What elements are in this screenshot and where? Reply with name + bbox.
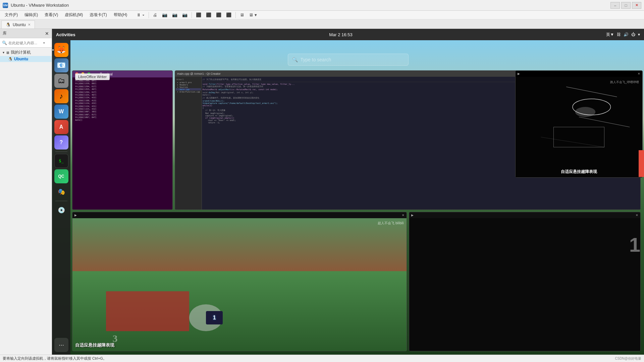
dock-help[interactable]: ? <box>54 135 68 149</box>
tree-item-ubuntu[interactable]: 🐧 Ubuntu <box>0 56 52 62</box>
search-bar[interactable]: 🔍 <box>288 54 409 66</box>
status-watermark: CSDN@你好电量 <box>615 356 642 361</box>
minimize-button[interactable]: – <box>610 2 620 9</box>
toolbar-separator3 <box>235 12 236 18</box>
dock-files[interactable]: 🗂 <box>54 74 68 88</box>
tree-folder-icon: 🖥 <box>6 51 9 55</box>
menu-view[interactable]: 查看(V) <box>41 11 61 18</box>
terminal-content: 中心坐标[1399, 847] 中心坐标[1339, 882] 中心坐标[129… <box>72 77 172 210</box>
menu-vm[interactable]: 虚拟机(M) <box>61 11 86 18</box>
terminal-line-9: 中心坐标[1134, 432] <box>75 102 170 105</box>
library-tree: ▾ 🖥 我的计算机 🐧 Ubuntu <box>0 48 52 355</box>
ir-detection-svg <box>516 77 642 177</box>
dock-terminal[interactable]: $_ <box>54 154 68 168</box>
library-panel: 库 ✕ 🔍 ▾ ▾ 🖥 我的计算机 🐧 Ubuntu <box>0 29 52 355</box>
dock-thunderbird[interactable]: 📧 <box>54 58 68 72</box>
menu-edit[interactable]: 编辑(E) <box>21 11 41 18</box>
terminal-line-11: 中心坐标[1155, 432] <box>75 108 170 110</box>
clock-display: Mar 2 16:53 <box>329 32 352 37</box>
robot-video-header: ▶ ✕ <box>72 212 407 218</box>
toolbar-snapshot1[interactable]: 📷 <box>160 12 169 18</box>
tab-ubuntu[interactable]: 🐧 Ubuntu ✕ <box>1 20 35 28</box>
activities-button[interactable]: Activities <box>56 32 75 37</box>
dark-video-thumb[interactable]: ▶ ✕ 1 <box>409 212 641 351</box>
toolbar-snapshot3[interactable]: 📷 <box>180 12 190 18</box>
volume-icon: 🔊 <box>624 32 629 37</box>
ir-close-btn[interactable]: ✕ <box>638 72 640 75</box>
robot-video-caption: 自适应悬挂越障表现 <box>75 342 114 348</box>
toolbar-view2[interactable]: ⬛ <box>204 12 213 18</box>
library-close-button[interactable]: ✕ <box>45 31 49 36</box>
menu-file[interactable]: 文件(F) <box>1 11 21 18</box>
terminal-output: 中心坐标[1399, 847] 中心坐标[1339, 882] 中心坐标[129… <box>74 79 170 122</box>
dock-rhythmbox[interactable]: ♪ <box>54 89 68 103</box>
ubuntu-topbar: Activities Mar 2 16:53 英▼ ⛓ 🔊 ⏻ ▾ <box>52 29 644 40</box>
toolbar: ⏸ ▾ 🖨 📷 📷 📷 ⬛ ⬛ ⬛ ⬛ 🖥 🖥 ▾ <box>135 12 259 18</box>
right-notification-bar[interactable] <box>639 150 644 177</box>
statusbar: 要将输入定向到该虚拟机，请将鼠标指针移入其中或按 Ctrl+G。 CSDN@你好… <box>0 355 644 362</box>
app-title: Ubuntu - VMware Workstation <box>11 3 69 8</box>
network-icon: ⛓ <box>617 32 621 37</box>
tree-item-mycomputer[interactable]: ▾ 🖥 我的计算机 <box>0 49 52 56</box>
close-button[interactable]: ✕ <box>632 2 641 9</box>
dark-video-title-icon: ▶ <box>411 214 414 217</box>
library-search-input[interactable] <box>8 41 42 45</box>
terminal-line-7: 中心坐标[1134, 432] <box>75 96 170 99</box>
settings-dropdown-icon[interactable]: ▾ <box>638 32 640 37</box>
search-input[interactable] <box>301 57 404 62</box>
dark-video-header: ▶ ✕ <box>409 212 641 218</box>
robot-video-title-icon: ▶ <box>74 214 77 217</box>
tree-label-mycomputer: 我的计算机 <box>11 50 31 55</box>
robot-video-thumb[interactable]: ▶ ✕ 1 3 超人不会飞 bilibili 自适应悬挂越障表现 <box>72 212 407 351</box>
robot-video-content: 1 3 超人不会飞 bilibili 自适应悬挂越障表现 <box>72 218 407 351</box>
ir-header-icon: ▶ <box>518 72 520 75</box>
robot-video-close-btn[interactable]: ✕ <box>402 214 405 217</box>
tree-vm-icon: 🐧 <box>8 57 13 61</box>
tree-expand-icon: ▾ <box>3 51 4 54</box>
dock-firefox[interactable]: 🦊 <box>54 43 68 57</box>
library-header: 库 ✕ <box>0 29 52 38</box>
toolbar-separator2 <box>192 12 192 18</box>
tree-label-ubuntu: Ubuntu <box>14 57 28 61</box>
terminal-line-12: 中心坐标[1087, 383] <box>75 110 170 113</box>
terminal-line-13: 中心坐标[1087, 817] <box>75 113 170 116</box>
maximize-button[interactable]: □ <box>621 2 631 9</box>
terminal-line-8: 中心坐标[1188, 413] <box>75 99 170 102</box>
toolbar-fullscreen[interactable]: 🖥 <box>238 12 246 18</box>
dock-show-all[interactable]: ⋯ <box>54 338 68 352</box>
menubar: 文件(F) 编辑(E) 查看(V) 虚拟机(M) 选项卡(T) 帮助(H) ⏸ … <box>0 11 644 19</box>
dock-writer[interactable]: W <box>54 105 68 119</box>
toolbar-view1[interactable]: ⬛ <box>194 12 203 18</box>
terminal-window-thumb[interactable]: Terminal LibreOffice Writer 中心坐标[1399, 8… <box>72 70 173 210</box>
dock-mixer[interactable]: 🎭 <box>54 185 68 199</box>
vm-content-area[interactable]: Activities Mar 2 16:53 英▼ ⛓ 🔊 ⏻ ▾ 🔍 🦊 📧 … <box>52 29 644 355</box>
terminal-line-5: 中心坐标[1294, 617] <box>75 91 170 94</box>
tabbar: 🐧 Ubuntu ✕ <box>0 19 644 29</box>
menu-tabs[interactable]: 选项卡(T) <box>86 11 110 18</box>
dock-qtcreator[interactable]: QC <box>54 169 68 183</box>
toolbar-print[interactable]: 🖨 <box>151 12 159 18</box>
search-dropdown-icon[interactable]: ▾ <box>43 41 45 45</box>
terminal-line-14: 中心坐标[1067, 847] <box>75 116 170 119</box>
toolbar-view3[interactable]: ⬛ <box>214 12 223 18</box>
pause-button[interactable]: ⏸ ▾ <box>135 12 147 18</box>
toolbar-snapshot2[interactable]: 📷 <box>170 12 179 18</box>
ir-video-overlay[interactable]: ▶ ✕ <box>515 70 643 178</box>
ir-video-header: ▶ ✕ <box>516 71 642 77</box>
tab-close-icon[interactable]: ✕ <box>28 23 31 26</box>
toolbar-separator <box>149 12 149 18</box>
dock-dvd[interactable]: 💿 <box>54 203 68 217</box>
power-icon[interactable]: ⏻ <box>631 32 635 37</box>
terminal-line-15: mate[] <box>75 119 170 121</box>
input-method-icon[interactable]: 英▼ <box>606 32 614 38</box>
library-title: 库 <box>3 31 7 36</box>
status-message: 要将输入定向到该虚拟机，请将鼠标指针移入其中或按 Ctrl+G。 <box>3 356 107 361</box>
terminal-line-3: 中心坐标[1294, 617] <box>75 85 170 88</box>
toolbar-extra[interactable]: 🖥 ▾ <box>247 12 259 18</box>
library-search-bar[interactable]: 🔍 ▾ <box>0 38 52 48</box>
menu-help[interactable]: 帮助(H) <box>110 11 131 18</box>
dark-video-close-btn[interactable]: ✕ <box>636 214 638 217</box>
ir-caption-text: 自适应悬挂越障表现 <box>561 169 597 175</box>
toolbar-view4[interactable]: ⬛ <box>224 12 233 18</box>
dock-appstore[interactable]: A <box>54 120 68 134</box>
